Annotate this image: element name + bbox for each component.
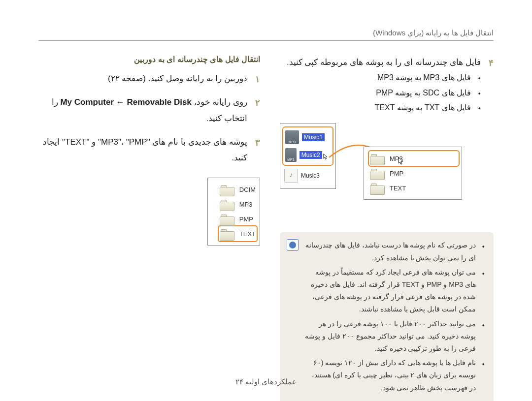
folder-icon	[370, 153, 385, 164]
folder-text-highlighted: TEXT	[219, 226, 257, 241]
step-4-text: فایل های چندرسانه ای را به پوشه های مربو…	[287, 58, 481, 67]
folder-icon	[220, 184, 234, 195]
dest-text: TEXT	[369, 181, 459, 195]
drag-drop-illustration: Music1 Music2 Music3	[280, 123, 494, 226]
notes-callout: در صورتی که نام پوشه ها درست نباشد، فایل…	[280, 232, 494, 401]
step-3: ۳ پوشه های جدیدی با نام های "MP3"، "PMP"…	[38, 134, 260, 166]
music2-selected: Music2	[284, 146, 332, 164]
step-4: ۴ فایل های چندرسانه ای را به پوشه های مر…	[280, 55, 494, 70]
cursor-icon	[323, 153, 329, 161]
step-1: ۱ دوربین را به رایانه وصل کنید. (صفحه ۲۲…	[38, 71, 260, 87]
step-3-text: پوشه های جدیدی با نام های "MP3"، "PMP" و…	[43, 137, 247, 162]
cursor-icon	[398, 157, 405, 166]
step-number-2: ۲	[255, 94, 260, 111]
music1-selected: Music1	[284, 128, 332, 146]
mp3-file-icon	[285, 130, 299, 144]
step-1-text: دوربین را به رایانه وصل کنید. (صفحه ۲۲)	[108, 74, 247, 83]
dest-pmp: PMP	[369, 166, 459, 181]
subheading-transfer-to-camera: انتقال فایل های چندرسانه ای به دوربین	[38, 55, 260, 64]
step-number-3: ۳	[255, 134, 260, 151]
dest-mp3-highlighted: MP3	[369, 151, 459, 166]
folder-icon	[370, 167, 385, 179]
note-3: می توانید حداکثر ۲۰۰ فایل یا ۱۰۰ پوشه فر…	[304, 318, 485, 355]
page-footer: عملکردهای اولیه ۲۴	[0, 377, 532, 386]
music3-item: Music3	[283, 167, 332, 185]
music-file-icon	[284, 169, 298, 183]
sub-mp3: فایل های MP3 به پوشه MP3	[280, 70, 481, 85]
camera-folders-box: DCIM MP3 PMP TEXT	[207, 178, 260, 246]
folder-dcim: DCIM	[219, 182, 257, 197]
step-2-text-pre: روی رایانه خود،	[192, 97, 247, 107]
note-1: در صورتی که نام پوشه ها درست نباشد، فایل…	[304, 239, 485, 264]
page-header: انتقال فایل ها به رایانه (برای Windows)	[38, 29, 494, 41]
folder-pmp: PMP	[219, 212, 257, 226]
note-4: نام فایل ها یا پوشه هایی که دارای بیش از…	[304, 357, 485, 394]
step-2-path: My Computer ← Removable Disk	[60, 97, 191, 107]
sub-txt: فایل های TXT به پوشه TEXT	[280, 100, 481, 115]
source-explorer: Music1 Music2 Music3	[280, 123, 336, 189]
folder-icon	[220, 198, 234, 210]
note-badge-icon	[287, 239, 299, 251]
step-2: ۲ روی رایانه خود، My Computer ← Removabl…	[38, 94, 260, 126]
folder-icon	[220, 228, 234, 240]
dest-explorer: MP3 PMP TEXT	[364, 147, 462, 200]
note-2: می توان پوشه های فرعی ایجاد کرد که مستقی…	[304, 266, 485, 316]
mp3-file-icon	[285, 148, 297, 162]
folder-icon	[220, 213, 234, 225]
step-number-1: ۱	[255, 71, 260, 88]
folder-mp3: MP3	[219, 197, 257, 212]
folder-icon	[370, 182, 385, 194]
step-number-4: ۴	[489, 55, 494, 71]
sub-sdc: فایل های SDC به پوشه PMP	[280, 86, 481, 100]
